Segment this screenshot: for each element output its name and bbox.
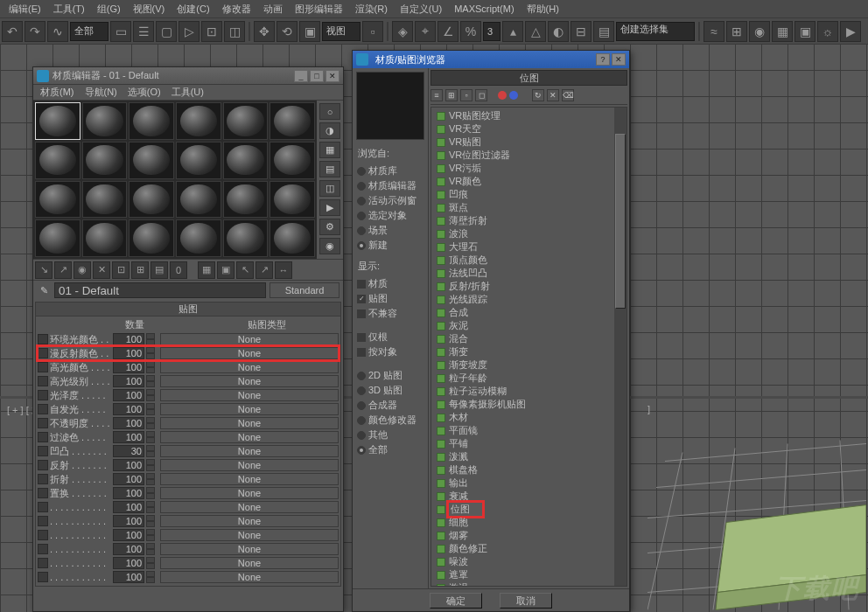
list-item[interactable]: 波浪 — [433, 227, 612, 240]
ok-button[interactable]: 确定 — [430, 593, 482, 609]
map-amount-input[interactable]: 100 — [113, 571, 144, 583]
list-item[interactable]: 漩涡 — [433, 581, 612, 587]
spinner[interactable] — [146, 417, 155, 429]
sample-slot[interactable] — [35, 181, 80, 219]
map-enable-checkbox[interactable] — [38, 502, 48, 512]
sample-slot[interactable] — [270, 142, 315, 179]
selection-filter-dropdown[interactable]: 全部 — [70, 22, 108, 41]
sample-slot[interactable] — [176, 219, 221, 257]
rollout-title[interactable]: 贴图 — [36, 303, 340, 316]
sample-uv-icon[interactable]: ▤ — [319, 161, 340, 177]
show-option[interactable]: 材质 — [356, 276, 424, 291]
map-enable-checkbox[interactable] — [38, 516, 48, 526]
browse-from-option[interactable]: 选定对象 — [356, 208, 424, 223]
map-amount-input[interactable]: 100 — [113, 403, 144, 415]
map-type-button[interactable]: None — [160, 347, 339, 359]
sample-slot[interactable] — [270, 181, 315, 219]
show-end-icon[interactable]: ▣ — [217, 261, 234, 279]
list-item[interactable]: VR天空 — [433, 122, 612, 136]
sample-slot[interactable] — [176, 142, 221, 179]
list-item[interactable]: VR贴图 — [433, 136, 612, 149]
material-editor-icon[interactable]: ◉ — [749, 21, 770, 42]
map-enable-checkbox[interactable] — [38, 530, 48, 540]
map-type-button[interactable]: None — [160, 459, 339, 471]
list-item[interactable]: 细胞 — [433, 516, 612, 529]
sample-slot[interactable] — [35, 102, 80, 140]
sample-slot[interactable] — [82, 219, 128, 257]
menu-customize[interactable]: 自定义(U) — [395, 1, 447, 17]
menu-navigation[interactable]: 导航(N) — [81, 85, 121, 100]
map-enable-checkbox[interactable] — [38, 334, 48, 344]
sample-slot[interactable] — [35, 142, 80, 179]
sample-slot[interactable] — [223, 219, 269, 257]
list-item[interactable]: 输出 — [433, 476, 612, 490]
list-item[interactable]: 衰减 — [433, 490, 612, 503]
list-item[interactable]: 混合 — [433, 332, 612, 345]
map-amount-input[interactable]: 100 — [113, 557, 144, 569]
list-item[interactable]: VR颜色 — [433, 175, 612, 188]
angle-snap-icon[interactable]: ∠ — [438, 21, 458, 42]
map-type-button[interactable]: None — [160, 431, 339, 443]
sample-slot[interactable] — [223, 142, 269, 179]
browse-from-option[interactable]: 材质编辑器 — [356, 178, 424, 193]
browser-list[interactable]: VR贴图纹理VR天空VR贴图VR位图过滤器VR污垢VR颜色凹痕斑点薄壁折射波浪大… — [430, 107, 627, 587]
map-amount-input[interactable]: 100 — [113, 459, 144, 471]
sample-slot[interactable] — [176, 181, 221, 219]
list-item[interactable]: 木材 — [433, 411, 612, 424]
map-enable-checkbox[interactable] — [38, 544, 48, 554]
map-amount-input[interactable]: 100 — [113, 417, 144, 429]
list-item[interactable]: 斑点 — [433, 201, 612, 214]
go-forward-icon[interactable]: ↗ — [256, 261, 273, 279]
select-icon[interactable]: ▭ — [110, 21, 131, 42]
browse-from-option[interactable]: 新建 — [356, 238, 424, 253]
sample-slot[interactable] — [223, 181, 269, 219]
by-object-icon[interactable] — [509, 91, 518, 100]
select-region-icon[interactable]: ▢ — [156, 21, 177, 42]
go-sibling-icon[interactable]: ↔ — [275, 261, 292, 279]
sample-slot[interactable] — [35, 219, 80, 257]
map-type-button[interactable]: None — [160, 501, 339, 513]
map-type-button[interactable]: None — [160, 473, 339, 485]
map-type-button[interactable]: None — [160, 571, 339, 583]
browser-search-field[interactable]: 位图 — [430, 70, 627, 86]
cancel-button[interactable]: 取消 — [500, 593, 552, 609]
show-option[interactable]: 按对象 — [356, 344, 424, 359]
map-amount-input[interactable]: 30 — [113, 445, 144, 457]
sample-slot[interactable] — [82, 142, 128, 179]
map-type-button[interactable]: None — [160, 361, 339, 373]
select-name-icon[interactable]: ☰ — [133, 21, 154, 42]
spinner[interactable] — [146, 375, 155, 387]
mirror-icon[interactable]: ◐ — [548, 21, 569, 42]
show-option[interactable]: ✓贴图 — [356, 291, 424, 306]
link-icon[interactable]: ∿ — [47, 21, 68, 42]
view-large-icon[interactable]: ◻ — [475, 89, 487, 101]
spinner[interactable] — [146, 557, 155, 569]
list-item[interactable]: 大理石 — [433, 240, 612, 254]
list-item[interactable]: 棋盘格 — [433, 463, 612, 476]
map-type-option[interactable]: 颜色修改器 — [356, 413, 424, 428]
ref-coord-dropdown[interactable]: 视图 — [322, 22, 360, 41]
menu-animation[interactable]: 动画 — [258, 1, 288, 17]
list-item[interactable]: VR污垢 — [433, 162, 612, 175]
list-item[interactable]: 灰泥 — [433, 319, 612, 332]
map-amount-input[interactable]: 100 — [113, 431, 144, 443]
spinner[interactable] — [146, 473, 155, 485]
sample-slot[interactable] — [129, 219, 174, 257]
quick-render-icon[interactable]: ▶ — [840, 21, 861, 42]
sample-slot[interactable] — [82, 181, 128, 219]
list-item[interactable]: VR贴图纹理 — [433, 109, 612, 122]
menu-tools[interactable]: 工具(T) — [48, 1, 90, 17]
cursor-icon[interactable]: ▷ — [178, 21, 200, 42]
close-icon[interactable]: ✕ — [326, 70, 340, 82]
map-type-button[interactable]: None — [160, 557, 339, 569]
spinner[interactable] — [146, 347, 155, 359]
sample-slot[interactable] — [82, 102, 128, 140]
map-type-button[interactable]: None — [160, 529, 339, 541]
sample-type-icon[interactable]: ○ — [319, 103, 340, 120]
browser-titlebar[interactable]: 材质/贴图浏览器 ? ✕ — [353, 51, 629, 68]
map-amount-input[interactable]: 100 — [113, 543, 144, 555]
put-to-scene-icon[interactable]: ↗ — [54, 261, 72, 279]
align-icon[interactable]: ⊟ — [570, 21, 592, 42]
select-by-mat-icon[interactable]: ◉ — [319, 238, 340, 254]
material-type-button[interactable]: Standard — [270, 282, 340, 298]
